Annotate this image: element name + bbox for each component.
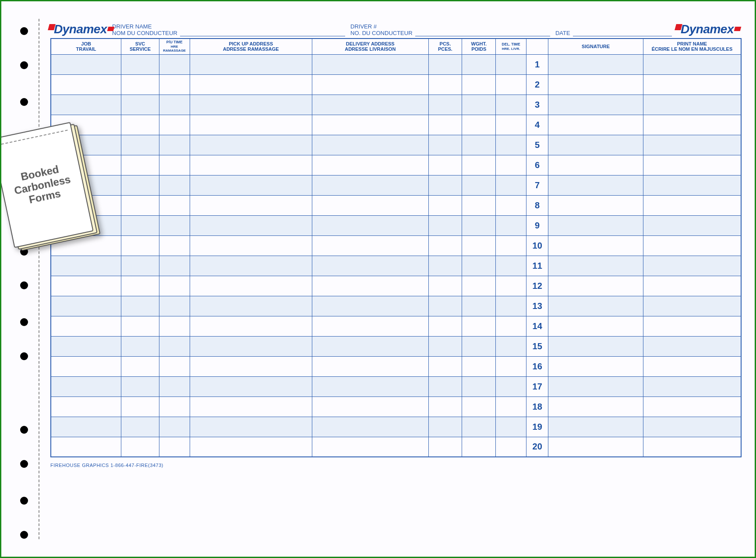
cell[interactable] (643, 175, 741, 195)
cell[interactable] (428, 54, 462, 74)
cell[interactable] (643, 336, 741, 356)
cell[interactable] (312, 95, 428, 115)
cell[interactable] (462, 256, 496, 276)
cell[interactable] (312, 276, 428, 296)
cell[interactable] (428, 417, 462, 437)
cell[interactable] (548, 256, 643, 276)
cell[interactable] (462, 95, 496, 115)
cell[interactable] (159, 336, 190, 356)
cell[interactable] (548, 155, 643, 175)
cell[interactable] (312, 356, 428, 376)
cell[interactable] (190, 356, 312, 376)
cell[interactable] (462, 376, 496, 397)
cell[interactable] (121, 316, 159, 336)
cell[interactable] (190, 95, 312, 115)
cell[interactable] (496, 397, 526, 417)
cell[interactable] (548, 296, 643, 316)
cell[interactable] (121, 276, 159, 296)
cell[interactable] (496, 195, 526, 215)
cell[interactable] (159, 235, 190, 256)
cell[interactable] (548, 397, 643, 417)
cell[interactable] (496, 417, 526, 437)
cell[interactable] (121, 417, 159, 437)
cell[interactable] (643, 195, 741, 215)
cell[interactable] (312, 296, 428, 316)
cell[interactable] (496, 276, 526, 296)
cell[interactable] (159, 155, 190, 175)
cell[interactable] (496, 155, 526, 175)
cell[interactable] (428, 376, 462, 397)
cell[interactable] (159, 54, 190, 74)
cell[interactable] (159, 437, 190, 457)
cell[interactable] (159, 115, 190, 135)
cell[interactable] (312, 376, 428, 397)
cell[interactable] (462, 296, 496, 316)
cell[interactable] (312, 417, 428, 437)
cell[interactable] (428, 95, 462, 115)
cell[interactable] (548, 135, 643, 155)
cell[interactable] (121, 215, 159, 235)
cell[interactable] (462, 316, 496, 336)
cell[interactable] (159, 376, 190, 397)
cell[interactable] (496, 175, 526, 195)
cell[interactable] (190, 195, 312, 215)
cell[interactable] (428, 155, 462, 175)
cell[interactable] (51, 397, 121, 417)
cell[interactable] (496, 437, 526, 457)
cell[interactable] (548, 95, 643, 115)
cell[interactable] (496, 135, 526, 155)
cell[interactable] (496, 54, 526, 74)
cell[interactable] (643, 276, 741, 296)
cell[interactable] (190, 437, 312, 457)
cell[interactable] (643, 437, 741, 457)
cell[interactable] (121, 175, 159, 195)
cell[interactable] (312, 135, 428, 155)
cell[interactable] (643, 316, 741, 336)
cell[interactable] (121, 356, 159, 376)
cell[interactable] (159, 175, 190, 195)
cell[interactable] (428, 175, 462, 195)
cell[interactable] (190, 54, 312, 74)
cell[interactable] (312, 336, 428, 356)
cell[interactable] (190, 417, 312, 437)
cell[interactable] (428, 115, 462, 135)
cell[interactable] (496, 336, 526, 356)
cell[interactable] (548, 175, 643, 195)
cell[interactable] (643, 135, 741, 155)
cell[interactable] (643, 74, 741, 95)
cell[interactable] (312, 115, 428, 135)
cell[interactable] (428, 256, 462, 276)
cell[interactable] (462, 417, 496, 437)
cell[interactable] (190, 336, 312, 356)
cell[interactable] (159, 135, 190, 155)
cell[interactable] (643, 397, 741, 417)
cell[interactable] (643, 215, 741, 235)
cell[interactable] (121, 74, 159, 95)
cell[interactable] (159, 417, 190, 437)
cell[interactable] (643, 54, 741, 74)
cell[interactable] (643, 256, 741, 276)
cell[interactable] (159, 195, 190, 215)
cell[interactable] (190, 316, 312, 336)
cell[interactable] (190, 235, 312, 256)
cell[interactable] (121, 155, 159, 175)
cell[interactable] (462, 336, 496, 356)
cell[interactable] (312, 397, 428, 417)
cell[interactable] (428, 296, 462, 316)
cell[interactable] (312, 155, 428, 175)
cell[interactable] (548, 74, 643, 95)
cell[interactable] (462, 54, 496, 74)
cell[interactable] (548, 115, 643, 135)
cell[interactable] (428, 235, 462, 256)
cell[interactable] (643, 296, 741, 316)
cell[interactable] (548, 336, 643, 356)
cell[interactable] (548, 376, 643, 397)
cell[interactable] (121, 376, 159, 397)
cell[interactable] (496, 235, 526, 256)
driver-name-input[interactable] (180, 28, 345, 36)
cell[interactable] (159, 276, 190, 296)
cell[interactable] (548, 235, 643, 256)
cell[interactable] (159, 397, 190, 417)
cell[interactable] (496, 256, 526, 276)
cell[interactable] (643, 356, 741, 376)
